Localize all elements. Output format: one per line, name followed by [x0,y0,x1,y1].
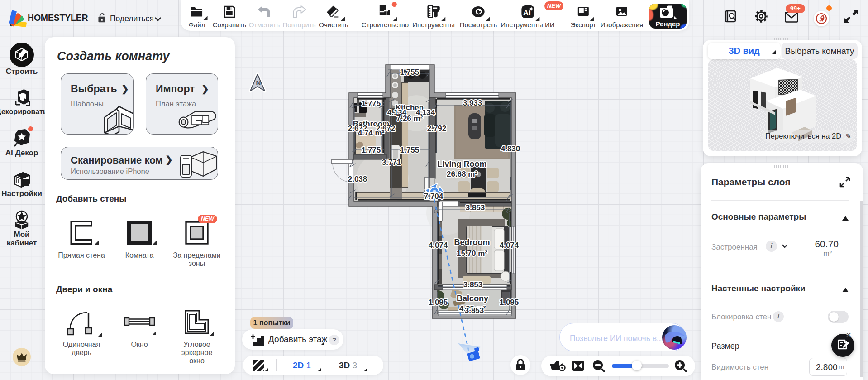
svg-text:N: N [256,79,261,87]
svg-text:3.933: 3.933 [463,99,482,107]
svg-text:4.74 m²: 4.74 m² [358,129,385,137]
svg-text:1.095: 1.095 [429,298,448,307]
svg-text:1.755: 1.755 [400,146,420,154]
svg-text:Balcony: Balcony [457,294,488,303]
svg-text:Bedroom: Bedroom [454,238,490,247]
svg-text:1.775: 1.775 [362,146,381,154]
svg-text:3.853: 3.853 [465,306,484,315]
svg-text:15.70 m²: 15.70 m² [457,249,487,258]
svg-text:4.074: 4.074 [429,241,448,250]
svg-text:1.755: 1.755 [400,68,420,77]
svg-text:Living Room: Living Room [438,159,487,168]
svg-text:1.095: 1.095 [500,298,519,307]
svg-text:3.853: 3.853 [466,203,485,212]
svg-text:2.792: 2.792 [427,124,447,133]
svg-text:1.775: 1.775 [362,99,381,108]
svg-text:Ai: Ai [523,9,530,17]
svg-text:7.704: 7.704 [424,192,444,201]
svg-text:4.074: 4.074 [500,241,519,250]
svg-text:4.830: 4.830 [501,144,520,153]
svg-text:2.038: 2.038 [348,175,367,183]
svg-text:7.26 m²: 7.26 m² [396,114,423,123]
svg-text:3.853: 3.853 [463,280,483,289]
svg-text:3.771: 3.771 [382,158,401,167]
svg-text:26.68 m²: 26.68 m² [447,170,477,178]
